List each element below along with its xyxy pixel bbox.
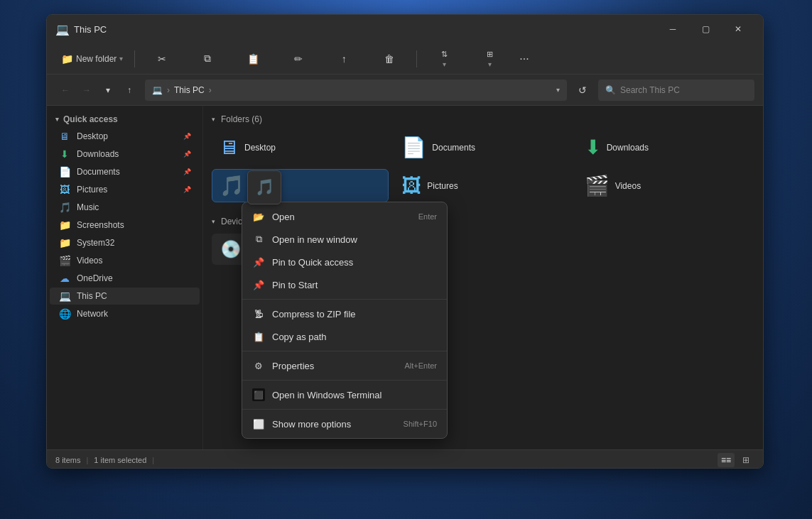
view-buttons: ≡≡ ⊞ [718, 453, 754, 467]
title-bar: 💻 This PC ─ ▢ ✕ [47, 15, 763, 43]
copy-icon: ⧉ [204, 53, 211, 65]
more-options-shortcut: Shift+F10 [404, 420, 437, 428]
sidebar-desktop-label: Desktop [77, 131, 108, 141]
videos-icon: 🎬 [58, 255, 71, 266]
sidebar-item-downloads[interactable]: ⬇ Downloads 📌 [50, 146, 200, 163]
context-menu-item-open-new-window[interactable]: ⧉ Open in new window [242, 228, 447, 251]
sidebar-item-network[interactable]: 🌐 Network [50, 305, 200, 322]
pin-icon-desktop: 📌 [183, 133, 191, 140]
address-path[interactable]: 💻 › This PC › ▾ [145, 80, 567, 101]
sidebar-item-onedrive[interactable]: ☁ OneDrive [50, 270, 200, 287]
pin-icon-documents: 📌 [183, 168, 191, 175]
delete-button[interactable]: 🗑 [368, 50, 411, 67]
sidebar-item-videos[interactable]: 🎬 Videos [50, 252, 200, 269]
context-menu-item-open-terminal[interactable]: ⬛ Open in Windows Terminal [242, 383, 447, 406]
folder-videos[interactable]: 🎬 Videos [578, 169, 754, 202]
properties-shortcut: Alt+Enter [404, 361, 437, 370]
pin-start-label: Pin to Start [272, 280, 318, 290]
context-menu-item-copy-path[interactable]: 📋 Copy as path [242, 325, 447, 348]
list-view-button[interactable]: ≡≡ [718, 453, 735, 467]
cut-button[interactable]: ✂ [141, 50, 183, 67]
folder-plus-icon: 📁 [61, 53, 73, 65]
maximize-button[interactable]: ▢ [689, 18, 722, 40]
pin-icon-downloads: 📌 [183, 151, 191, 158]
folders-header-label: Folders (6) [221, 114, 262, 124]
view-dropdown-icon: ▾ [488, 60, 492, 68]
rename-button[interactable]: ✏ [277, 50, 320, 67]
downloads-icon: ⬇ [58, 148, 71, 160]
close-button[interactable]: ✕ [722, 18, 754, 40]
sidebar-item-system32[interactable]: 📁 System32 [50, 234, 200, 251]
open-new-window-icon: ⧉ [252, 233, 265, 246]
compress-label: Compress to ZIP file [272, 309, 356, 319]
context-menu-item-compress[interactable]: 🗜 Compress to ZIP file [242, 302, 447, 325]
window-icon: 💻 [55, 23, 68, 35]
nav-buttons: ← → ▾ ↑ [55, 80, 139, 100]
sidebar-item-documents[interactable]: 📄 Documents 📌 [50, 163, 200, 180]
music-icon: 🎵 [58, 202, 71, 213]
context-menu-wrapper: 🎵 📂 Open Enter ⧉ Open in new window 📌 Pi… [242, 170, 448, 439]
folders-section-header[interactable]: ▾ Folders (6) [212, 114, 754, 124]
toolbar-divider-1 [134, 50, 135, 67]
share-button[interactable]: ↑ [323, 50, 365, 67]
open-shortcut: Enter [418, 212, 437, 221]
new-folder-dropdown-icon[interactable]: ▾ [119, 55, 123, 62]
sort-dropdown-icon: ▾ [443, 60, 446, 68]
screenshots-icon: 📁 [58, 219, 71, 231]
folder-downloads[interactable]: ⬇ Downloads [578, 131, 754, 163]
new-folder-button[interactable]: 📁 New folder ▾ [55, 50, 129, 67]
context-menu-item-more-options[interactable]: ⬜ Show more options Shift+F10 [242, 413, 447, 435]
sidebar-section-quick-access[interactable]: ▾ Quick access [47, 111, 202, 127]
pin-icon-pictures: 📌 [183, 186, 191, 193]
status-divider-1: | [86, 456, 88, 464]
sidebar-item-music[interactable]: 🎵 Music [50, 199, 200, 216]
compress-icon: 🗜 [252, 307, 265, 320]
context-menu-item-properties[interactable]: ⚙ Properties Alt+Enter [242, 354, 447, 377]
sidebar-system32-label: System32 [77, 238, 114, 248]
sidebar-item-this-pc[interactable]: 💻 This PC [50, 288, 200, 305]
documents-icon: 📄 [58, 166, 71, 177]
folder-documents[interactable]: 📄 Documents [394, 131, 571, 163]
minimize-button[interactable]: ─ [656, 18, 689, 40]
refresh-button[interactable]: ↺ [573, 80, 592, 100]
recent-button[interactable]: ▾ [98, 80, 118, 100]
address-bar: ← → ▾ ↑ 💻 › This PC › ▾ ↺ 🔍 Search This … [47, 75, 763, 106]
pin-quick-label: Pin to Quick access [272, 257, 353, 268]
sidebar-item-desktop[interactable]: 🖥 Desktop 📌 [50, 128, 200, 145]
status-divider-2: | [152, 456, 154, 464]
context-menu-folder-icon: 🎵 [247, 170, 281, 204]
context-menu-item-pin-start[interactable]: 📌 Pin to Start [242, 273, 447, 296]
paste-button[interactable]: 📋 [232, 50, 274, 67]
menu-separator-4 [242, 409, 447, 410]
context-folder-emoji: 🎵 [255, 178, 274, 197]
context-menu-item-pin-quick[interactable]: 📌 Pin to Quick access [242, 251, 447, 273]
terminal-icon: ⬛ [252, 388, 265, 401]
view-button[interactable]: ⊞ ▾ [468, 47, 511, 71]
folder-desktop[interactable]: 🖥 Desktop [212, 131, 389, 163]
copy-button[interactable]: ⧉ [186, 50, 229, 67]
context-menu-item-open[interactable]: 📂 Open Enter [242, 205, 447, 228]
quick-access-label: Quick access [63, 114, 118, 124]
desktop-icon: 🖥 [58, 131, 71, 142]
sort-button[interactable]: ⇅ ▾ [423, 47, 465, 71]
more-options-label: Show more options [272, 419, 351, 430]
items-count: 8 items [55, 456, 80, 464]
sidebar-music-label: Music [77, 202, 99, 212]
address-dropdown-icon[interactable]: ▾ [556, 86, 560, 94]
sidebar-item-pictures[interactable]: 🖼 Pictures 📌 [50, 181, 200, 198]
search-box[interactable]: 🔍 Search This PC [598, 80, 754, 101]
this-pc-icon: 💻 [58, 290, 71, 302]
search-icon: 🔍 [605, 85, 616, 95]
more-button[interactable]: ··· [514, 50, 534, 68]
sidebar: ▾ Quick access 🖥 Desktop 📌 ⬇ Downloads 📌… [47, 106, 203, 449]
folder-downloads-label: Downloads [607, 143, 649, 153]
onedrive-icon: ☁ [58, 273, 71, 284]
back-button[interactable]: ← [55, 80, 75, 100]
grid-view-button[interactable]: ⊞ [737, 453, 754, 467]
forward-button[interactable]: → [77, 80, 97, 100]
context-menu: 📂 Open Enter ⧉ Open in new window 📌 Pin … [242, 202, 448, 439]
pin-start-icon: 📌 [252, 278, 265, 291]
up-button[interactable]: ↑ [119, 80, 139, 100]
sidebar-item-screenshots[interactable]: 📁 Screenshots [50, 217, 200, 234]
path-this-pc: This PC [174, 85, 205, 95]
